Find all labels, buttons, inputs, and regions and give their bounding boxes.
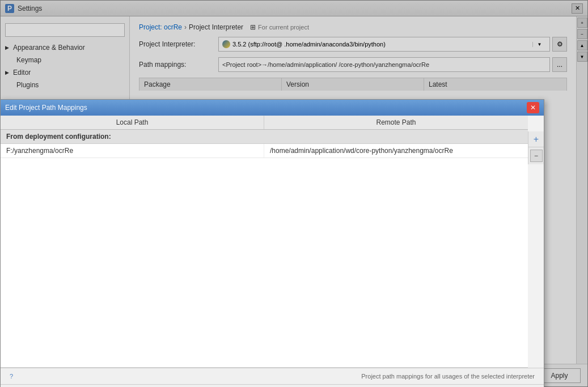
modal-close-button[interactable]: ✕	[527, 102, 539, 113]
modal-table-header: Local Path Remote Path	[1, 116, 528, 130]
modal-footer: ? Project path mappings for all usages o…	[1, 368, 544, 384]
modal-titlebar: Edit Project Path Mappings ✕	[1, 100, 544, 116]
help-icon[interactable]: ?	[10, 373, 13, 380]
modal-empty-area	[1, 158, 528, 368]
local-path-cell: F:/yanzhengma/ocrRe	[1, 144, 264, 158]
footer-hint: Project path mappings for all usages of …	[361, 373, 535, 380]
remote-path-cell: /home/admin/application/wd/core-python/y…	[264, 144, 528, 158]
modal-add-btn[interactable]: +	[528, 131, 544, 147]
modal-dialog: Edit Project Path Mappings ✕ + Local Pat…	[0, 99, 544, 387]
modal-body: + Local Path Remote Path From deployment…	[1, 116, 544, 387]
modal-right-btns: −	[528, 147, 544, 164]
modal-remote-col-header: Remote Path	[264, 116, 528, 129]
modal-button-bar: OK Cancel	[1, 384, 544, 387]
modal-local-col-header: Local Path	[1, 116, 264, 129]
modal-main-content: Local Path Remote Path From deployment c…	[1, 116, 528, 368]
table-row[interactable]: F:/yanzhengma/ocrRe /home/admin/applicat…	[1, 144, 528, 158]
modal-title: Edit Project Path Mappings	[5, 104, 87, 112]
modal-section-header: From deployment configuration:	[1, 130, 528, 144]
modal-table-container: + Local Path Remote Path From deployment…	[1, 116, 544, 368]
modal-remove-btn[interactable]: −	[530, 150, 543, 162]
